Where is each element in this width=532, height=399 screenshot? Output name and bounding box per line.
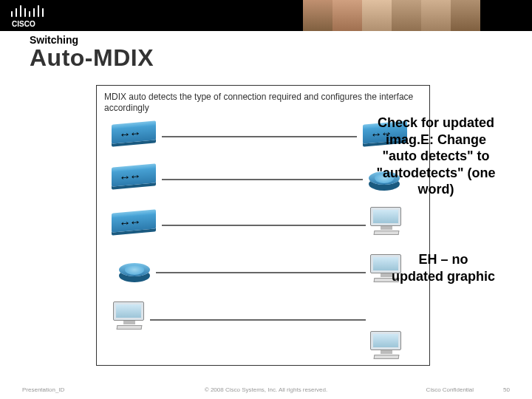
link-line: [156, 272, 366, 273]
pc-icon: [370, 207, 403, 236]
switch-icon: ↔↔: [112, 168, 156, 185]
router-icon: [119, 263, 150, 276]
figure-caption: MDIX auto detects the type of connection…: [104, 92, 422, 114]
top-bar: CISCO: [0, 0, 532, 31]
header-photo-strip: [303, 0, 480, 31]
page-number: 50: [503, 386, 510, 393]
diagram-row-switch-pc: ↔↔: [104, 202, 422, 250]
link-line: [150, 319, 366, 321]
svg-text:CISCO: CISCO: [12, 20, 35, 28]
cisco-logo-icon: CISCO: [7, 1, 46, 30]
review-note-1: Check for updated imag.E: Change "auto d…: [369, 115, 502, 198]
switch-icon: ↔↔: [112, 126, 156, 142]
footer-left: Presentation_ID: [22, 386, 64, 393]
link-line: [162, 179, 363, 180]
diagram-row-pc-pc: [104, 297, 422, 344]
switch-icon: ↔↔: [112, 214, 156, 231]
pc-icon: [370, 331, 403, 361]
link-line: [162, 225, 366, 226]
review-note-2: EH – no updated graphic: [392, 251, 495, 284]
footer-copyright: © 2008 Cisco Systems, Inc. All rights re…: [205, 386, 327, 393]
footer: Presentation_ID © 2008 Cisco Systems, In…: [0, 386, 532, 393]
link-line: [162, 136, 357, 137]
diagram-row-router-pc: [104, 250, 422, 297]
slide-title: Auto-MDIX: [30, 44, 154, 72]
pc-icon: [113, 301, 146, 331]
footer-confidential: Cisco Confidential: [426, 386, 474, 393]
